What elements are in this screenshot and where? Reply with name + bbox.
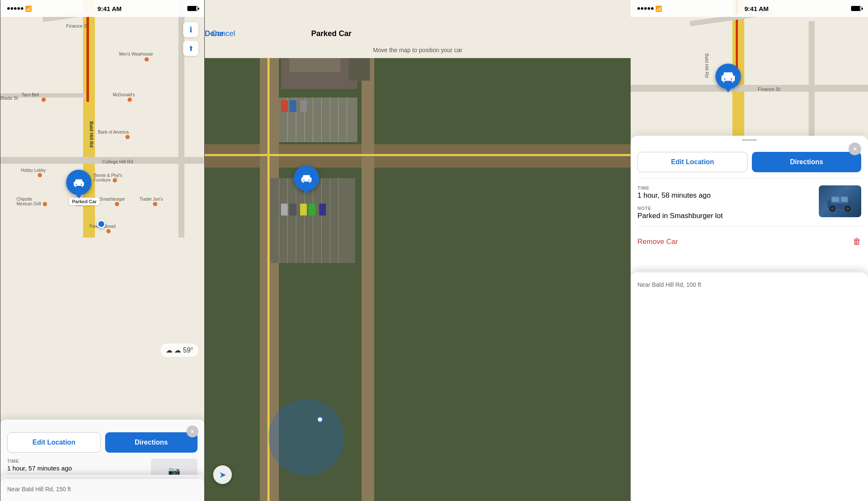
car-pin-s3 [715,64,741,89]
poi-trader-joes [153,202,157,206]
park-line-b2 [287,178,288,263]
park-line-5 [321,98,322,142]
action-buttons-3: Edit Location Directions [637,152,861,172]
wifi-icon-3: 📶 [655,6,662,12]
status-bar-3: 📶 9:41 AM [631,0,868,17]
park-line-b6 [321,178,322,263]
aerial-car-1 [281,100,288,112]
user-location-dot [97,220,106,228]
remove-car-button[interactable]: Remove Car [637,238,678,246]
wifi-icon-1: 📶 [25,6,32,12]
car-photo-svg [823,191,857,212]
status-left-3: 📶 [637,6,662,12]
poi-mens-wearhouse [145,57,149,62]
parked-car-label-bubble: Parked Car [69,198,100,205]
status-left-1: 📶 [7,6,32,12]
s3-road-horiz [631,85,868,92]
remove-car-row: Remove Car 🗑 [637,232,861,251]
battery-1 [187,6,198,11]
dot2-3 [641,7,643,10]
poi-chipotle-label: ChipotleMexican Grill [17,197,41,206]
poi-mcdonalds-label: McDonald's [113,92,135,97]
poi-boa-label: Bank of America [98,130,129,134]
signal-strength-3 [637,7,654,10]
close-button-1[interactable]: × [186,425,198,437]
s3-time-label: TIME [637,185,814,190]
status-right-1 [187,6,198,11]
park-line-b3 [296,178,296,263]
close-icon-1: × [191,428,194,435]
bottom-sheet-1: Parked Car Near Bald Hill Rd, 150 ft × E… [0,420,204,501]
svg-rect-7 [841,197,848,202]
aerial-car-5 [289,204,296,216]
done-button[interactable]: Done [205,0,624,42]
divider-2 [637,226,861,227]
status-time-1: 9:41 AM [97,5,122,12]
s3-info-left: TIME 1 hour, 58 minutes ago NOTE Parked … [637,185,814,220]
weather-temp: ☁ 59° [174,346,193,354]
trash-icon[interactable]: 🗑 [853,237,861,246]
current-location-small-dot [317,417,323,423]
map-compass-button[interactable]: ⬆ [183,41,198,56]
time-value-1: 1 hour, 57 minutes ago [7,465,147,472]
svg-point-3 [831,207,834,210]
directions-button-1[interactable]: Directions [105,432,198,453]
dot1-3 [637,7,640,10]
car-pin-icon [72,176,86,189]
aerial-car-8 [319,204,326,216]
weather-icon: ☁ [166,346,172,354]
poi-trader-joes-label: Trader Joe's [139,197,163,202]
dot3-3 [644,7,647,10]
s3-time-value: 1 hour, 58 minutes ago [637,191,814,200]
battery-fill-3 [851,6,860,11]
s3-finance-label: Finance St [758,87,780,92]
poi-smashburger-label: Smashburger [100,197,125,202]
park-line-6 [330,98,330,142]
park-line-b7 [330,178,330,263]
screen3-detail-sheet: Parked Car Near Bald Hill Rd, 100 ft × E… [631,136,868,501]
poi-mcdonalds [128,98,132,102]
dot1 [7,7,10,10]
edit-location-button-1[interactable]: Edit Location [7,432,101,453]
poi-bank-of-america [125,135,130,139]
current-location-button[interactable]: ➤ [213,465,232,484]
status-right-3 [851,6,861,11]
dot5-3 [651,7,654,10]
park-line-4 [313,98,313,142]
poi-hobby-lobby-label: Hobby Lobby [21,168,46,173]
map-road-stripe [86,17,89,102]
car-pin-s3-icon [719,67,737,85]
aerial-car-7 [309,204,315,216]
battery-3 [851,6,861,11]
park-line-b5 [313,178,313,263]
weather-badge: ☁ ☁ 59° [161,344,198,357]
divider-1 [637,178,861,179]
aerial-car-4 [281,204,288,216]
car-pin-aerial-icon [300,171,313,185]
poi-hobby-lobby [38,173,42,177]
status-time-3: 9:41 AM [745,5,769,12]
dot4-3 [648,7,650,10]
poi-panera [106,229,111,233]
map-info-button[interactable]: ℹ [183,22,198,37]
parked-car-subtitle-1: Near Bald Hill Rd, 150 ft [0,479,204,501]
screen1: Men's Wearhouse Taco Bell McDonald's Ban… [0,0,205,501]
s3-note-label: NOTE [637,206,814,211]
location-arrow-icon: ➤ [219,470,226,480]
screen3: Bald Hill Rd Finance St 📶 9:41 AM Parked [631,0,868,501]
edit-location-button-3[interactable]: Edit Location [637,152,748,172]
road-label-college-hill: College Hill Rd [102,159,133,164]
poi-smashburger [115,202,119,206]
action-buttons-1: Edit Location Directions [7,432,198,453]
s3-subtitle: Near Bald Hill Rd, 100 ft [631,273,868,501]
screen2: 📶 9:41 AM Cancel Parked Car Done Move th… [205,0,631,501]
directions-button-3[interactable]: Directions [752,152,861,172]
close-button-3[interactable]: × [849,143,861,155]
poi-chipotle [43,202,47,206]
time-label-1: TIME [7,459,147,464]
aerial-car-3 [300,100,307,112]
aerial-yellow-v [267,0,270,501]
poi-taco-bell-label: Taco Bell [22,92,39,97]
svg-point-5 [846,207,849,210]
poi-mens-wearhouse-label: Men's Wearhouse [119,52,153,56]
